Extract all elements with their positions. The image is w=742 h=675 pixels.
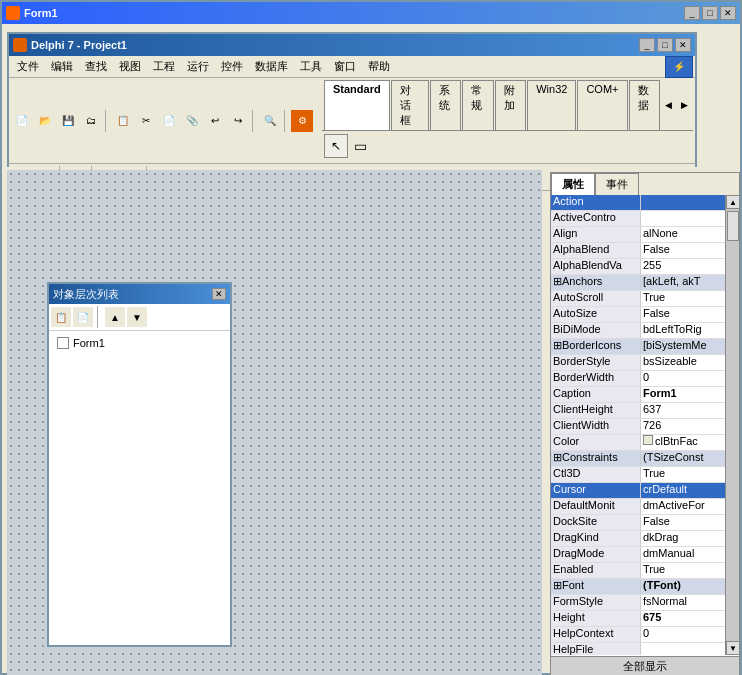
menu-edit[interactable]: 编辑 bbox=[45, 57, 79, 76]
prop-name-alphablendva: AlphaBlendVa bbox=[551, 259, 641, 274]
palette-scroll-left[interactable]: ◀ bbox=[661, 98, 675, 112]
prop-row-anchors[interactable]: ⊞Anchors [akLeft, akT bbox=[551, 275, 739, 291]
toolbar-copy-btn[interactable]: 📄 bbox=[158, 110, 180, 132]
prop-row-dragmode[interactable]: DragMode dmManual bbox=[551, 547, 739, 563]
palette-scroll-right[interactable]: ▶ bbox=[677, 98, 691, 112]
toolbar-save-btn[interactable]: 💾 bbox=[57, 110, 79, 132]
tab-properties[interactable]: 属性 bbox=[551, 173, 595, 195]
toolbar-saveall-btn[interactable]: 🗂 bbox=[80, 110, 102, 132]
prop-row-helpfile[interactable]: HelpFile bbox=[551, 643, 739, 655]
toolbar-search-btn[interactable]: 🔍 bbox=[259, 110, 281, 132]
properties-tabs: 属性 事件 bbox=[551, 173, 739, 195]
prop-row-align[interactable]: Align alNone bbox=[551, 227, 739, 243]
prop-row-font[interactable]: ⊞Font (TFont) bbox=[551, 579, 739, 595]
prop-row-bidimode[interactable]: BiDiMode bdLeftToRig bbox=[551, 323, 739, 339]
prop-row-ctl3d[interactable]: Ctl3D True bbox=[551, 467, 739, 483]
prop-row-clientwidth[interactable]: ClientWidth 726 bbox=[551, 419, 739, 435]
toolbar-remove-btn[interactable]: ✂ bbox=[135, 110, 157, 132]
obj-hierarchy-close[interactable]: ✕ bbox=[212, 288, 226, 300]
prop-row-alphablend[interactable]: AlphaBlend False bbox=[551, 243, 739, 259]
tab-events[interactable]: 事件 bbox=[595, 173, 639, 195]
toolbar-paste-btn[interactable]: 📎 bbox=[181, 110, 203, 132]
menu-help[interactable]: 帮助 bbox=[362, 57, 396, 76]
toolbar-redo-btn[interactable]: ↪ bbox=[227, 110, 249, 132]
prop-row-formstyle[interactable]: FormStyle fsNormal bbox=[551, 595, 739, 611]
tab-dialog[interactable]: 对话框 bbox=[391, 80, 429, 130]
menu-file[interactable]: 文件 bbox=[11, 57, 45, 76]
menubar: 文件 编辑 查找 视图 工程 运行 控件 数据库 工具 窗口 帮助 ⚡ bbox=[9, 56, 695, 78]
prop-row-activecontro[interactable]: ActiveContro bbox=[551, 211, 739, 227]
prop-row-borderstyle[interactable]: BorderStyle bsSizeable bbox=[551, 355, 739, 371]
prop-row-docksite[interactable]: DockSite False bbox=[551, 515, 739, 531]
toolbar-add-btn[interactable]: 📋 bbox=[112, 110, 134, 132]
prop-row-color[interactable]: Color clBtnFac bbox=[551, 435, 739, 451]
prop-row-height[interactable]: Height 675 bbox=[551, 611, 739, 627]
toolbar-open-btn[interactable]: 📂 bbox=[34, 110, 56, 132]
scrollbar-thumb[interactable] bbox=[727, 211, 739, 241]
menu-tools[interactable]: 工具 bbox=[294, 57, 328, 76]
tab-data[interactable]: 数据 bbox=[629, 80, 660, 130]
prop-row-clientheight[interactable]: ClientHeight 637 bbox=[551, 403, 739, 419]
obj-up-btn[interactable]: ▲ bbox=[105, 307, 125, 327]
tab-win32[interactable]: Win32 bbox=[527, 80, 576, 130]
prop-row-enabled[interactable]: Enabled True bbox=[551, 563, 739, 579]
delphi-close-button[interactable]: ✕ bbox=[675, 38, 691, 52]
prop-row-caption[interactable]: Caption Form1 bbox=[551, 387, 739, 403]
tab-common[interactable]: 常规 bbox=[462, 80, 493, 130]
prop-name-bordericons: ⊞BorderIcons bbox=[551, 339, 641, 354]
scrollbar-up[interactable]: ▲ bbox=[726, 195, 739, 209]
prop-name-borderwidth: BorderWidth bbox=[551, 371, 641, 386]
prop-row-action[interactable]: Action bbox=[551, 195, 739, 211]
minimize-button[interactable]: _ bbox=[684, 6, 700, 20]
prop-name-dragkind: DragKind bbox=[551, 531, 641, 546]
prop-row-borderwidth[interactable]: BorderWidth 0 bbox=[551, 371, 739, 387]
prop-row-autosize[interactable]: AutoSize False bbox=[551, 307, 739, 323]
tab-standard[interactable]: Standard bbox=[324, 80, 390, 130]
palette-frame[interactable]: ▭ bbox=[348, 134, 372, 158]
tree-label-form1: Form1 bbox=[73, 337, 105, 349]
prop-row-defaultmonit[interactable]: DefaultMonit dmActiveFor bbox=[551, 499, 739, 515]
delphi-minimize-button[interactable]: _ bbox=[639, 38, 655, 52]
delphi-extra-btn[interactable]: ⚡ bbox=[665, 56, 693, 78]
menu-controls[interactable]: 控件 bbox=[215, 57, 249, 76]
menu-view[interactable]: 视图 bbox=[113, 57, 147, 76]
obj-down-btn[interactable]: ▼ bbox=[127, 307, 147, 327]
properties-table: Action ActiveContro Align alNone AlphaBl… bbox=[551, 195, 739, 655]
prop-row-helpcontext[interactable]: HelpContext 0 bbox=[551, 627, 739, 643]
prop-row-dragkind[interactable]: DragKind dkDrag bbox=[551, 531, 739, 547]
properties-panel: 属性 事件 Action ActiveContro Align alNone A bbox=[550, 172, 740, 675]
prop-row-constraints[interactable]: ⊞Constraints (TSizeConst bbox=[551, 451, 739, 467]
menu-database[interactable]: 数据库 bbox=[249, 57, 294, 76]
prop-row-bordericons[interactable]: ⊞BorderIcons [biSystemMe bbox=[551, 339, 739, 355]
menu-search[interactable]: 查找 bbox=[79, 57, 113, 76]
tree-checkbox-form1[interactable] bbox=[57, 337, 69, 349]
props-footer[interactable]: 全部显示 bbox=[551, 656, 739, 675]
prop-row-autoscroll[interactable]: AutoScroll True bbox=[551, 291, 739, 307]
sep3 bbox=[284, 110, 288, 132]
toolbar-new-btn[interactable]: 📄 bbox=[11, 110, 33, 132]
prop-name-dragmode: DragMode bbox=[551, 547, 641, 562]
palette-cursor[interactable]: ↖ bbox=[324, 134, 348, 158]
scrollbar-down[interactable]: ▼ bbox=[726, 641, 739, 655]
prop-name-align: Align bbox=[551, 227, 641, 242]
obj-paste-btn[interactable]: 📄 bbox=[73, 307, 93, 327]
prop-row-alphablendva[interactable]: AlphaBlendVa 255 bbox=[551, 259, 739, 275]
prop-row-cursor[interactable]: Cursor crDefault bbox=[551, 483, 739, 499]
delphi-maximize-button[interactable]: □ bbox=[657, 38, 673, 52]
menu-run[interactable]: 运行 bbox=[181, 57, 215, 76]
menu-window[interactable]: 窗口 bbox=[328, 57, 362, 76]
tab-system[interactable]: 系统 bbox=[430, 80, 461, 130]
close-button[interactable]: ✕ bbox=[720, 6, 736, 20]
prop-name-cursor: Cursor bbox=[551, 483, 641, 498]
obj-tree: Form1 bbox=[49, 331, 230, 355]
tab-additional[interactable]: 附加 bbox=[495, 80, 526, 130]
obj-copy-btn[interactable]: 📋 bbox=[51, 307, 71, 327]
toolbar-undo-btn[interactable]: ↩ bbox=[204, 110, 226, 132]
props-scrollbar[interactable]: ▲ ▼ bbox=[725, 195, 739, 655]
maximize-button[interactable]: □ bbox=[702, 6, 718, 20]
menu-project[interactable]: 工程 bbox=[147, 57, 181, 76]
tab-com[interactable]: COM+ bbox=[577, 80, 627, 130]
tree-item-form1[interactable]: Form1 bbox=[53, 335, 226, 351]
outer-titlebar: Form1 _ □ ✕ bbox=[2, 2, 740, 24]
toolbar-settings-btn[interactable]: ⚙ bbox=[291, 110, 313, 132]
